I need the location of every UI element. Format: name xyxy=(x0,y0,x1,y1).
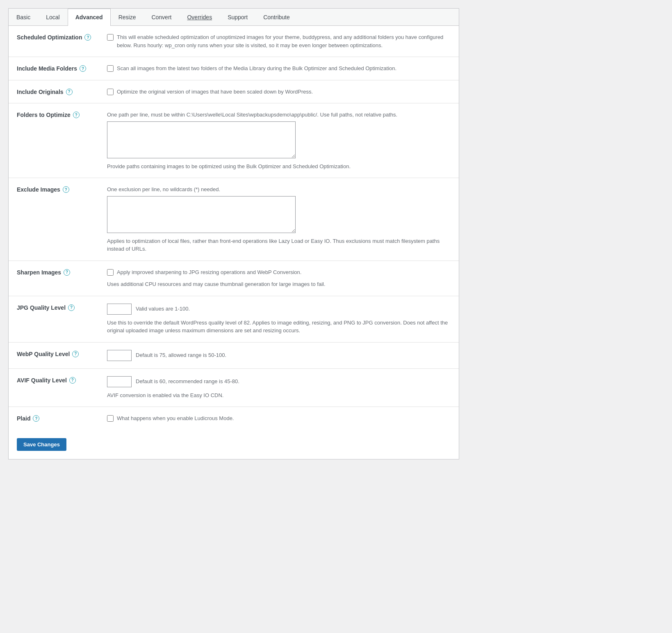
checkbox-plaid[interactable] xyxy=(107,415,114,422)
help-icon-scheduled-optimization[interactable]: ? xyxy=(84,34,91,41)
tab-contribute[interactable]: Contribute xyxy=(255,9,298,26)
control-plaid: What happens when you enable Ludicrous M… xyxy=(107,414,451,423)
label-exclude-images: Exclude Images ? xyxy=(17,185,107,193)
quality-row-jpg: Valid values are 1-100. xyxy=(107,304,451,315)
sub-desc-exclude-images: Applies to optimization of local files, … xyxy=(107,237,451,253)
tab-basic[interactable]: Basic xyxy=(9,9,38,26)
control-folders-to-optimize: One path per line, must be within C:\Use… xyxy=(107,111,451,170)
row-avif-quality-level: AVIF Quality Level ? Default is 60, reco… xyxy=(9,369,459,407)
input-jpg-quality-level[interactable] xyxy=(107,304,132,315)
row-plaid: Plaid ? What happens when you enable Lud… xyxy=(9,407,459,430)
label-jpg-quality-level: JPG Quality Level ? xyxy=(17,304,107,311)
control-exclude-images: One exclusion per line, no wildcards (*)… xyxy=(107,185,451,253)
tab-advanced[interactable]: Advanced xyxy=(68,9,111,26)
save-section: Save Changes xyxy=(9,430,459,459)
checkbox-include-media-folders[interactable] xyxy=(107,65,114,72)
hint-exclude-images: One exclusion per line, no wildcards (*)… xyxy=(107,185,451,194)
help-icon-include-originals[interactable]: ? xyxy=(66,89,73,95)
tab-local[interactable]: Local xyxy=(38,9,67,26)
row-sharpen-images: Sharpen Images ? Apply improved sharpeni… xyxy=(9,261,459,296)
sub-desc-sharpen-images: Uses additional CPU resources and may ca… xyxy=(107,280,451,288)
row-exclude-images: Exclude Images ? One exclusion per line,… xyxy=(9,178,459,261)
label-plaid: Plaid ? xyxy=(17,414,107,422)
hint-jpg-quality-level: Valid values are 1-100. xyxy=(136,305,190,313)
checkbox-include-originals[interactable] xyxy=(107,89,114,95)
control-include-originals: Optimize the original version of images … xyxy=(107,88,451,96)
checkbox-row-include-originals: Optimize the original version of images … xyxy=(107,88,451,96)
label-folders-to-optimize: Folders to Optimize ? xyxy=(17,111,107,118)
tab-overrides[interactable]: Overrides xyxy=(179,9,220,26)
checkbox-row-include-media-folders: Scan all images from the latest two fold… xyxy=(107,64,451,73)
label-webp-quality-level: WebP Quality Level ? xyxy=(17,350,107,357)
control-sharpen-images: Apply improved sharpening to JPG resizin… xyxy=(107,268,451,288)
quality-row-webp: Default is 75, allowed range is 50-100. xyxy=(107,350,451,361)
label-avif-quality-level: AVIF Quality Level ? xyxy=(17,376,107,384)
label-sharpen-images: Sharpen Images ? xyxy=(17,268,107,276)
desc-include-originals: Optimize the original version of images … xyxy=(117,88,313,96)
help-icon-jpg-quality-level[interactable]: ? xyxy=(68,304,75,311)
desc-include-media-folders: Scan all images from the latest two fold… xyxy=(117,64,396,73)
tab-resize[interactable]: Resize xyxy=(111,9,144,26)
sub-desc-jpg-quality-level: Use this to override the default WordPre… xyxy=(107,319,451,335)
row-scheduled-optimization: Scheduled Optimization ? This will enabl… xyxy=(9,26,459,57)
label-include-media-folders: Include Media Folders ? xyxy=(17,64,107,72)
sub-desc-avif-quality-level: AVIF conversion is enabled via the Easy … xyxy=(107,391,451,400)
row-webp-quality-level: WebP Quality Level ? Default is 75, allo… xyxy=(9,343,459,369)
control-avif-quality-level: Default is 60, recommended range is 45-8… xyxy=(107,376,451,400)
help-icon-exclude-images[interactable]: ? xyxy=(63,186,69,193)
input-webp-quality-level[interactable] xyxy=(107,350,132,361)
desc-scheduled-optimization: This will enable scheduled optimization … xyxy=(117,33,451,49)
control-jpg-quality-level: Valid values are 1-100. Use this to over… xyxy=(107,304,451,335)
help-icon-plaid[interactable]: ? xyxy=(33,415,39,422)
control-include-media-folders: Scan all images from the latest two fold… xyxy=(107,64,451,73)
tab-convert[interactable]: Convert xyxy=(144,9,179,26)
checkbox-scheduled-optimization[interactable] xyxy=(107,34,114,41)
textarea-exclude-images[interactable] xyxy=(107,196,296,233)
help-icon-folders-to-optimize[interactable]: ? xyxy=(73,112,80,118)
row-include-media-folders: Include Media Folders ? Scan all images … xyxy=(9,57,459,80)
textarea-folders-to-optimize[interactable] xyxy=(107,121,296,158)
help-icon-webp-quality-level[interactable]: ? xyxy=(72,351,79,357)
hint-webp-quality-level: Default is 75, allowed range is 50-100. xyxy=(136,351,226,359)
help-icon-include-media-folders[interactable]: ? xyxy=(80,65,86,72)
control-scheduled-optimization: This will enable scheduled optimization … xyxy=(107,33,451,49)
desc-plaid: What happens when you enable Ludicrous M… xyxy=(117,414,234,423)
checkbox-row-scheduled-optimization: This will enable scheduled optimization … xyxy=(107,33,451,49)
help-icon-avif-quality-level[interactable]: ? xyxy=(69,377,76,384)
sub-desc-folders-to-optimize: Provide paths containing images to be op… xyxy=(107,162,451,171)
label-include-originals: Include Originals ? xyxy=(17,88,107,95)
tabs-bar: Basic Local Advanced Resize Convert Over… xyxy=(9,9,459,26)
desc-sharpen-images: Apply improved sharpening to JPG resizin… xyxy=(117,268,301,277)
settings-container: Basic Local Advanced Resize Convert Over… xyxy=(8,8,459,459)
row-include-originals: Include Originals ? Optimize the origina… xyxy=(9,80,459,104)
path-hint-folders-to-optimize: One path per line, must be within C:\Use… xyxy=(107,111,451,119)
quality-row-avif: Default is 60, recommended range is 45-8… xyxy=(107,376,451,387)
tab-support[interactable]: Support xyxy=(220,9,255,26)
checkbox-row-sharpen-images: Apply improved sharpening to JPG resizin… xyxy=(107,268,451,277)
row-jpg-quality-level: JPG Quality Level ? Valid values are 1-1… xyxy=(9,296,459,343)
row-folders-to-optimize: Folders to Optimize ? One path per line,… xyxy=(9,103,459,178)
hint-avif-quality-level: Default is 60, recommended range is 45-8… xyxy=(136,377,239,386)
label-scheduled-optimization: Scheduled Optimization ? xyxy=(17,33,107,41)
control-webp-quality-level: Default is 75, allowed range is 50-100. xyxy=(107,350,451,361)
save-changes-button[interactable]: Save Changes xyxy=(17,438,66,451)
checkbox-row-plaid: What happens when you enable Ludicrous M… xyxy=(107,414,451,423)
checkbox-sharpen-images[interactable] xyxy=(107,269,114,276)
help-icon-sharpen-images[interactable]: ? xyxy=(64,269,70,276)
settings-content: Scheduled Optimization ? This will enabl… xyxy=(9,26,459,430)
input-avif-quality-level[interactable] xyxy=(107,376,132,387)
